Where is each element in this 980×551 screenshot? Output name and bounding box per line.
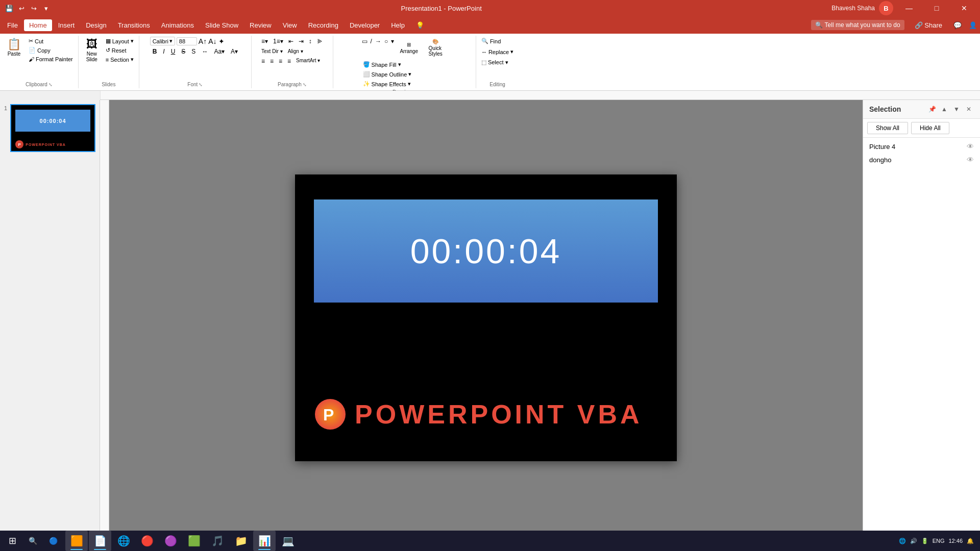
slide-thumbnail[interactable]: 00:00:04 P POWERPOINT VBA <box>10 104 95 152</box>
indent-more-button[interactable]: ⇥ <box>297 37 306 46</box>
panel-down-button[interactable]: ▼ <box>951 104 962 114</box>
justify-button[interactable]: ≡ <box>285 57 293 66</box>
font-expand-icon[interactable]: ⤡ <box>199 82 203 87</box>
ribbon-search[interactable]: 🔍 Tell me what you want to do <box>811 20 904 30</box>
canvas-area[interactable]: 00:00:04 P POWERPOINT VBA <box>109 100 863 536</box>
start-button[interactable]: ⊞ <box>2 531 22 551</box>
bold-button[interactable]: B <box>150 47 160 56</box>
smartart-button[interactable]: SmartArt ▾ <box>294 57 322 66</box>
menu-recording[interactable]: Recording <box>303 19 344 31</box>
strikethrough-button[interactable]: S <box>179 47 188 56</box>
shape-rect-icon[interactable]: ▭ <box>361 37 369 59</box>
reset-button[interactable]: ↺ Reset <box>104 46 136 55</box>
paragraph-expand-icon[interactable]: ⤡ <box>303 82 307 87</box>
bullets-button[interactable]: ≡▾ <box>259 37 270 46</box>
close-button[interactable]: ✕ <box>952 0 976 16</box>
menu-help[interactable]: Help <box>386 19 410 31</box>
taskbar-app-8[interactable]: 📁 <box>230 531 252 551</box>
taskbar-app-5[interactable]: 🟣 <box>159 531 182 551</box>
align-right-button[interactable]: ≡ <box>277 57 284 66</box>
taskbar-app-pptquiz[interactable]: 🟧 <box>65 531 88 551</box>
find-button[interactable]: 🔍 Find <box>479 37 503 45</box>
new-slide-button[interactable]: 🖼 NewSlide <box>82 37 102 64</box>
menu-review[interactable]: Review <box>244 19 277 31</box>
panel-pin-button[interactable]: 📌 <box>927 104 937 114</box>
shadow-button[interactable]: S <box>189 47 198 56</box>
quick-styles-button[interactable]: 🎨 QuickStyles <box>423 37 448 59</box>
menu-animations[interactable]: Animations <box>156 19 199 31</box>
maximize-button[interactable]: □ <box>925 0 948 16</box>
italic-button[interactable]: I <box>160 47 167 56</box>
shape-effects-button[interactable]: ✨ Shape Effects ▾ <box>361 80 414 88</box>
numbering-button[interactable]: 1≡▾ <box>271 37 285 46</box>
comments-icon[interactable]: 💬 <box>948 19 967 31</box>
arrange-button[interactable]: ⊞ Arrange <box>396 37 422 59</box>
menu-transitions[interactable]: Transitions <box>113 19 155 31</box>
profile-icon[interactable]: 👤 <box>968 20 978 30</box>
layout-button[interactable]: ▦ Layout ▾ <box>104 37 136 45</box>
selection-item-picture4[interactable]: Picture 4 👁 <box>863 140 980 153</box>
taskbar-network-icon[interactable]: 🌐 <box>899 538 906 544</box>
line-spacing-button[interactable]: ↕ <box>307 37 314 46</box>
clear-format-icon[interactable]: ✦ <box>218 37 225 45</box>
taskbar-app-vba[interactable]: 💻 <box>277 531 299 551</box>
copy-button[interactable]: 📄 Copy <box>27 46 75 55</box>
menu-design[interactable]: Design <box>81 19 111 31</box>
decrease-font-icon[interactable]: A↓ <box>208 37 216 45</box>
show-all-button[interactable]: Show All <box>867 122 908 134</box>
taskbar-volume-icon[interactable]: 🔊 <box>910 538 917 544</box>
underline-button[interactable]: U <box>168 47 178 56</box>
select-button[interactable]: ⬚ Select ▾ <box>479 58 510 67</box>
customize-icon[interactable]: ▾ <box>41 3 51 13</box>
taskbar-battery-icon[interactable]: 🔋 <box>921 538 928 544</box>
shape-more-icon[interactable]: ▾ <box>390 37 395 59</box>
shape-line-icon[interactable]: / <box>370 37 373 59</box>
case-button[interactable]: Aa▾ <box>211 47 227 56</box>
indent-less-button[interactable]: ⇤ <box>286 37 296 46</box>
taskbar-app-6[interactable]: 🟩 <box>183 531 205 551</box>
menu-view[interactable]: View <box>278 19 302 31</box>
align-text-button[interactable]: Align ▾ <box>286 47 305 55</box>
spacing-button[interactable]: ↔ <box>199 47 210 56</box>
taskbar-cortana-button[interactable]: 🔵 <box>43 531 63 551</box>
clipboard-expand-icon[interactable]: ⤡ <box>48 82 53 87</box>
taskbar-search-button[interactable]: 🔍 <box>22 531 43 551</box>
menu-home[interactable]: Home <box>24 19 52 31</box>
eye-icon-1[interactable]: 👁 <box>967 142 974 151</box>
font-color-button[interactable]: A▾ <box>228 47 240 56</box>
section-button[interactable]: ≡ Section ▾ <box>104 55 136 64</box>
replace-button[interactable]: ↔ Replace ▾ <box>479 47 516 56</box>
undo-icon[interactable]: ↩ <box>16 3 27 13</box>
panel-up-button[interactable]: ▲ <box>939 104 949 114</box>
menu-slideshow[interactable]: Slide Show <box>200 19 243 31</box>
taskbar-app-unlocking[interactable]: 📄 <box>89 531 111 551</box>
columns-button[interactable]: ⫸ <box>315 37 325 46</box>
hide-all-button[interactable]: Hide All <box>911 122 949 134</box>
increase-font-icon[interactable]: A↑ <box>199 37 207 45</box>
redo-icon[interactable]: ↪ <box>29 3 39 13</box>
taskbar-app-4[interactable]: 🔴 <box>136 531 158 551</box>
align-center-button[interactable]: ≡ <box>268 57 276 66</box>
selection-item-dongho[interactable]: dongho 👁 <box>863 153 980 166</box>
font-name-selector[interactable]: Calibri ▾ <box>150 37 175 45</box>
format-painter-button[interactable]: 🖌 Format Painter <box>27 55 75 63</box>
paste-button[interactable]: 📋 Paste <box>3 37 25 59</box>
text-direction-button[interactable]: Text Dir ▾ <box>259 47 285 55</box>
taskbar-app-chrome[interactable]: 🌐 <box>112 531 135 551</box>
menu-file[interactable]: File <box>2 19 23 31</box>
panel-close-button[interactable]: ✕ <box>964 104 974 114</box>
save-icon[interactable]: 💾 <box>4 3 14 13</box>
eye-icon-2[interactable]: 👁 <box>967 156 974 164</box>
align-left-button[interactable]: ≡ <box>259 57 267 66</box>
taskbar-app-presentation[interactable]: 📊 <box>253 531 276 551</box>
share-button[interactable]: 🔗 Share <box>910 19 947 31</box>
minimize-button[interactable]: — <box>897 0 921 16</box>
user-avatar[interactable]: B <box>879 1 893 15</box>
shape-outline-button[interactable]: ⬜ Shape Outline ▾ <box>361 70 414 79</box>
shape-arrow-icon[interactable]: → <box>374 37 382 59</box>
shape-oval-icon[interactable]: ○ <box>383 37 389 59</box>
shape-fill-button[interactable]: 🪣 Shape Fill ▾ <box>361 60 414 69</box>
taskbar-time[interactable]: 12:46 <box>948 538 963 544</box>
taskbar-notification-icon[interactable]: 🔔 <box>967 538 974 544</box>
taskbar-app-7[interactable]: 🎵 <box>206 531 229 551</box>
